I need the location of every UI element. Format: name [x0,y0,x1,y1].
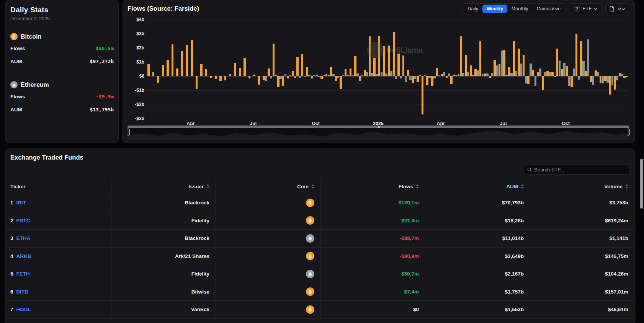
flow-bar-eth[interactable] [549,72,551,76]
flow-bar-eth[interactable] [621,74,623,76]
flow-bar-btc[interactable] [196,76,198,89]
ticker-link[interactable]: ETHA [16,235,31,241]
flow-bar-eth[interactable] [308,75,311,76]
flow-bar-eth[interactable] [294,76,296,78]
flow-bar-eth[interactable] [270,76,272,78]
flow-bar-eth[interactable] [318,76,320,77]
flow-bar-eth[interactable] [520,64,522,76]
column-header-issuer[interactable]: Issuer [111,179,216,194]
flow-bar-eth[interactable] [501,51,503,76]
flow-bar-eth[interactable] [366,72,368,76]
flow-bar-btc[interactable] [436,68,438,76]
page-scrollbar-track[interactable] [639,0,644,323]
etf-search-input[interactable] [534,167,626,173]
flow-bar-btc[interactable] [422,76,424,114]
flow-bar-eth[interactable] [496,65,498,76]
flow-bar-btc[interactable] [441,74,443,76]
flow-bar-eth[interactable] [390,71,392,76]
flow-bar-eth[interactable] [554,76,556,77]
flow-bar-btc[interactable] [623,76,626,78]
flow-bar-btc[interactable] [513,41,515,76]
flow-bar-eth[interactable] [530,64,532,76]
flow-bar-btc[interactable] [412,76,414,83]
flow-bar-btc[interactable] [455,75,458,76]
flow-bar-btc[interactable] [546,71,549,76]
flow-bar-eth[interactable] [328,75,330,76]
flow-bar-eth[interactable] [458,74,460,76]
flow-bar-eth[interactable] [356,73,359,76]
flow-bar-btc[interactable] [176,69,178,76]
flow-bar-btc[interactable] [350,69,352,76]
flow-bar-btc[interactable] [537,72,539,76]
flow-bar-eth[interactable] [544,72,546,76]
flow-bar-eth[interactable] [573,69,575,76]
flow-bar-eth[interactable] [323,75,325,76]
flow-bar-btc[interactable] [369,36,371,76]
flow-bar-eth[interactable] [568,76,570,86]
flow-bar-eth[interactable] [304,76,306,77]
flow-bar-btc[interactable] [397,54,400,76]
flow-bar-btc[interactable] [191,40,193,76]
flow-bar-btc[interactable] [619,73,621,76]
flow-bar-btc[interactable] [330,67,332,76]
flow-bar-btc[interactable] [604,76,606,81]
flow-bar-eth[interactable] [337,76,340,78]
brush-minimap[interactable] [127,128,629,140]
flow-bar-btc[interactable] [364,70,366,76]
ticker-link[interactable]: BITB [16,289,29,295]
flow-bar-btc[interactable] [551,72,554,76]
flow-bar-eth[interactable] [539,69,541,76]
flow-bar-eth[interactable] [448,73,450,76]
ticker-link[interactable]: IBIT [16,200,26,206]
flow-bar-btc[interactable] [388,46,390,76]
flow-bar-btc[interactable] [450,76,453,84]
flow-bar-eth[interactable] [611,76,614,85]
flow-bar-btc[interactable] [465,55,467,77]
flow-bar-btc[interactable] [239,68,241,76]
flow-bar-eth[interactable] [582,61,585,76]
flow-bar-btc[interactable] [282,76,284,86]
flow-bar-btc[interactable] [556,49,559,76]
flow-bar-btc[interactable] [523,55,525,77]
flow-bar-eth[interactable] [265,76,267,81]
flow-bar-eth[interactable] [424,75,426,76]
flow-bar-btc[interactable] [316,75,318,76]
download-csv-button[interactable]: .csv [605,3,629,14]
flow-bar-eth[interactable] [443,72,445,76]
flow-bar-eth[interactable] [453,75,455,76]
flow-bar-btc[interactable] [378,36,381,76]
flow-bar-eth[interactable] [299,76,301,78]
flow-bar-btc[interactable] [561,69,563,77]
flow-bar-btc[interactable] [383,46,385,76]
flow-bar-eth[interactable] [563,63,566,76]
flow-bar-eth[interactable] [385,73,387,76]
flow-bar-btc[interactable] [590,76,592,82]
flow-bar-eth[interactable] [381,72,383,76]
flow-bar-eth[interactable] [371,73,373,76]
flow-bar-btc[interactable] [407,70,409,76]
flow-bar-btc[interactable] [595,70,597,76]
flow-bar-btc[interactable] [219,76,222,81]
flow-bar-btc[interactable] [354,56,356,76]
column-header-volume[interactable]: Volume [530,179,634,194]
flow-bar-btc[interactable] [186,45,188,76]
flow-bar-btc[interactable] [600,76,602,83]
flow-bar-btc[interactable] [508,67,510,76]
tab-daily[interactable]: Daily [463,5,482,13]
flow-bar-btc[interactable] [147,64,150,76]
flow-bar-eth[interactable] [395,76,397,79]
etf-search[interactable] [524,165,629,175]
flow-bar-btc[interactable] [426,76,428,85]
flow-bar-eth[interactable] [505,75,508,76]
flow-bar-eth[interactable] [428,76,431,78]
flow-bar-btc[interactable] [499,64,501,76]
flow-bar-btc[interactable] [575,34,578,76]
flow-bar-btc[interactable] [542,76,544,90]
page-scrollbar-thumb[interactable] [640,159,643,209]
ticker-link[interactable]: HODL [16,307,31,312]
flow-bar-eth[interactable] [559,60,561,76]
flow-bar-btc[interactable] [340,76,342,89]
flow-bar-eth[interactable] [525,76,527,83]
tab-weekly[interactable]: Weekly [482,5,507,13]
ticker-link[interactable]: FBTC [16,218,30,223]
